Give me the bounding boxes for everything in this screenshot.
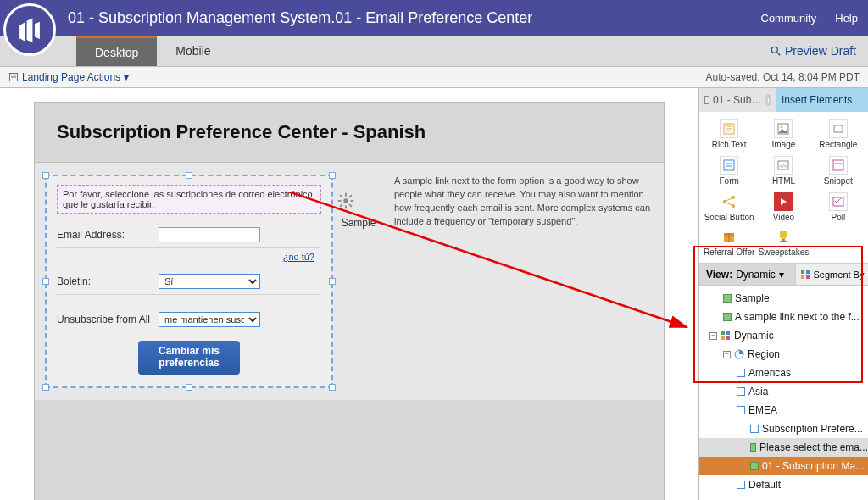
svg-line-10 xyxy=(340,195,342,197)
magnifier-icon xyxy=(770,45,782,57)
svg-point-20 xyxy=(781,126,783,129)
page-title: 01 - Subscription Management System.01 -… xyxy=(68,9,743,27)
help-link[interactable]: Help xyxy=(835,12,858,25)
form-icon xyxy=(720,156,738,175)
element-tree: Sample A sample link next to the f... −D… xyxy=(699,286,868,500)
marketo-logo-icon xyxy=(15,15,44,44)
poll-icon xyxy=(829,192,848,211)
element-rectangle[interactable]: Rectangle xyxy=(812,117,865,152)
svg-rect-43 xyxy=(806,275,810,279)
svg-rect-44 xyxy=(721,331,725,335)
trophy-icon xyxy=(774,227,793,246)
tree-sample-link[interactable]: A sample link next to the f... xyxy=(699,308,868,326)
tab-mobile[interactable]: Mobile xyxy=(157,36,229,66)
tree-emea[interactable]: EMEA xyxy=(699,401,868,419)
svg-rect-22 xyxy=(724,160,734,170)
svg-rect-41 xyxy=(806,270,810,274)
svg-line-33 xyxy=(726,203,732,205)
svg-point-31 xyxy=(732,204,735,208)
community-link[interactable]: Community xyxy=(761,12,817,25)
tree-please-select[interactable]: Please select the ema... xyxy=(699,438,868,457)
tree-dynamic[interactable]: −Dynamic xyxy=(699,326,868,345)
tip-text: A sample link next to the form option is… xyxy=(384,175,664,388)
unsubscribe-select[interactable]: me mantienen suscribi xyxy=(159,312,260,327)
svg-point-30 xyxy=(732,196,735,199)
segment-icon xyxy=(800,269,810,280)
not-you-link[interactable]: ¿no tú? xyxy=(283,252,314,262)
page-icon xyxy=(8,72,19,82)
email-input[interactable] xyxy=(159,227,260,242)
svg-rect-38 xyxy=(782,239,785,241)
svg-rect-34 xyxy=(833,197,843,206)
unsubscribe-label: Unsubscribe from All xyxy=(57,314,159,325)
svg-text:</>: </> xyxy=(780,164,787,169)
svg-rect-45 xyxy=(726,331,730,335)
rectangle-icon xyxy=(829,119,848,138)
segment-icon xyxy=(734,349,744,359)
element-image[interactable]: Image xyxy=(757,117,810,152)
video-icon xyxy=(774,192,793,211)
svg-rect-42 xyxy=(801,275,804,279)
image-icon xyxy=(774,119,793,138)
rail-tab-page[interactable]: 01 - Subscription M... i xyxy=(699,88,776,112)
tree-selected-item[interactable]: 01 - Subscription Ma... xyxy=(699,457,868,475)
intro-text: Por favor, seleccione las suscripciones … xyxy=(57,185,321,214)
app-header: 01 - Subscription Management System.01 -… xyxy=(0,0,868,36)
segment-by-button[interactable]: Segment By xyxy=(795,264,868,285)
element-referral[interactable]: Referral Offer xyxy=(703,225,755,259)
boletin-label: Boletin: xyxy=(57,275,159,287)
form-block[interactable]: Por favor, seleccione las suscripciones … xyxy=(45,175,333,388)
svg-line-12 xyxy=(340,204,342,207)
svg-point-5 xyxy=(343,198,348,203)
snippet-icon xyxy=(829,156,848,175)
element-html[interactable]: </>HTML xyxy=(757,153,810,188)
landing-page-actions-dropdown[interactable]: Landing Page Actions ▾ xyxy=(8,71,129,83)
element-form[interactable]: Form xyxy=(703,153,755,188)
svg-line-13 xyxy=(349,195,352,197)
svg-point-0 xyxy=(771,47,777,53)
boletin-select[interactable]: Sí xyxy=(159,274,260,289)
canvas[interactable]: Subscription Preference Center - Spanish… xyxy=(0,88,698,500)
page-icon xyxy=(704,96,709,104)
element-sweepstakes[interactable]: Sweepstakes xyxy=(757,225,810,259)
svg-line-1 xyxy=(777,53,781,56)
richtext-icon xyxy=(720,119,738,138)
svg-rect-46 xyxy=(721,336,725,340)
gift-icon xyxy=(720,227,738,246)
chevron-down-icon: ▾ xyxy=(124,71,129,83)
elements-palette: Rich Text Image Rectangle Form </>HTML S… xyxy=(699,112,868,264)
element-poll[interactable]: Poll xyxy=(812,190,865,225)
svg-line-32 xyxy=(726,198,732,201)
svg-rect-21 xyxy=(834,125,843,132)
right-panel: 01 - Subscription M... i Insert Elements… xyxy=(698,88,868,500)
gear-icon[interactable] xyxy=(337,192,355,210)
tree-default[interactable]: Default xyxy=(699,475,868,494)
action-bar: Landing Page Actions ▾ Auto-saved: Oct 1… xyxy=(0,66,868,88)
email-label: Email Address: xyxy=(57,229,159,241)
svg-rect-40 xyxy=(801,270,804,274)
svg-rect-27 xyxy=(833,160,843,170)
submit-button[interactable]: Cambiar mis preferencias xyxy=(138,341,240,375)
info-icon[interactable]: i xyxy=(765,94,771,106)
tree-asia[interactable]: Asia xyxy=(699,382,868,401)
svg-rect-39 xyxy=(780,241,787,242)
html-icon: </> xyxy=(774,156,793,175)
tree-sample[interactable]: Sample xyxy=(699,289,868,308)
tree-region[interactable]: −Region xyxy=(699,345,868,364)
preview-draft-button[interactable]: Preview Draft xyxy=(758,36,868,66)
autosave-status: Auto-saved: Oct 14, 8:04 PM PDT xyxy=(706,71,860,83)
canvas-title: Subscription Preference Center - Spanish xyxy=(57,121,642,143)
element-richtext[interactable]: Rich Text xyxy=(703,117,755,152)
element-video[interactable]: Video xyxy=(757,190,810,225)
element-social[interactable]: Social Button xyxy=(703,190,755,225)
view-tabs: Desktop Mobile Preview Draft xyxy=(0,36,868,66)
chevron-down-icon: ▾ xyxy=(779,269,784,281)
tree-sub-pref[interactable]: Subscription Prefere... xyxy=(699,419,868,438)
tree-americas[interactable]: Americas xyxy=(699,364,868,382)
dynamic-icon xyxy=(721,331,731,341)
view-dropdown[interactable]: View: Dynamic ▾ xyxy=(699,264,795,285)
logo xyxy=(3,3,56,56)
element-snippet[interactable]: Snippet xyxy=(812,153,865,188)
tab-desktop[interactable]: Desktop xyxy=(76,36,157,66)
rail-tab-insert[interactable]: Insert Elements xyxy=(776,88,868,112)
